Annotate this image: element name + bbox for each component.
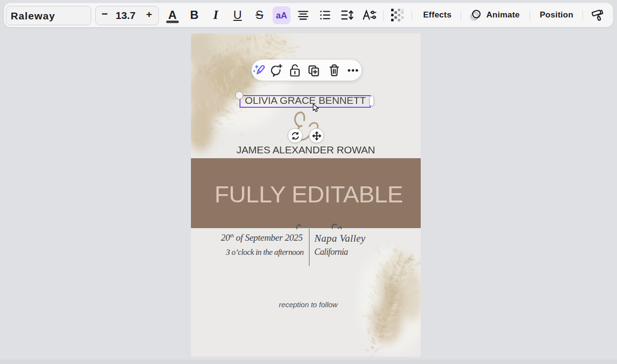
svg-text:A: A <box>168 8 176 21</box>
